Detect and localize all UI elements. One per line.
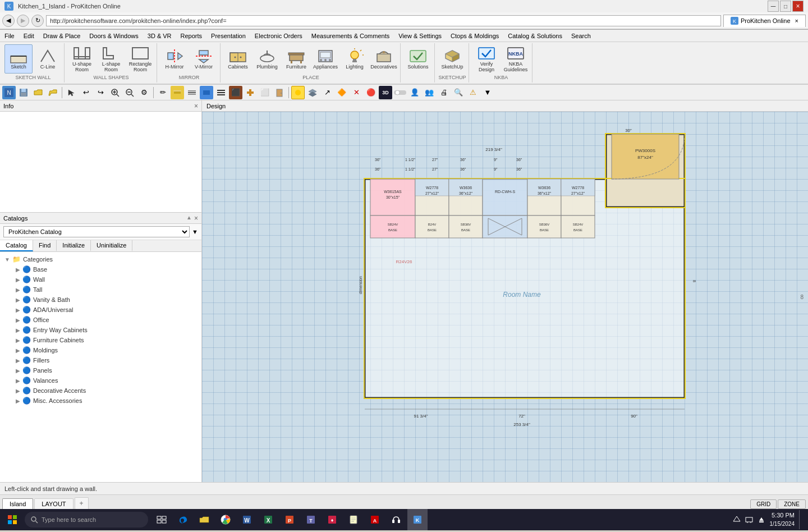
pencil-btn[interactable]: ✏ xyxy=(156,86,169,99)
maximize-btn[interactable]: □ xyxy=(780,1,791,12)
grid-btn[interactable]: GRID xyxy=(750,499,777,509)
tool-layers-btn[interactable] xyxy=(306,86,319,99)
sketch-tool-btn[interactable]: Sketch xyxy=(4,44,33,74)
undo-btn[interactable]: ↩ xyxy=(79,86,93,99)
new-btn[interactable]: N xyxy=(2,86,16,99)
forward-btn[interactable]: ▶ xyxy=(17,15,29,27)
tree-item-ada[interactable]: ▶ 🔵 ADA/Universal xyxy=(2,305,199,315)
menu-search[interactable]: Search xyxy=(567,30,595,42)
taskbar-word[interactable]: W xyxy=(237,509,257,530)
tool4-btn[interactable] xyxy=(185,86,199,99)
decoratives-tool-btn[interactable]: Decoratives xyxy=(370,44,398,74)
tab-layout[interactable]: LAYOUT xyxy=(34,498,73,509)
tool-person-btn[interactable]: 👤 xyxy=(408,86,421,99)
zoom-out-btn[interactable] xyxy=(123,86,136,99)
tool-dropdown-btn[interactable]: ▼ xyxy=(481,86,494,99)
refresh-btn[interactable]: ↻ xyxy=(31,15,44,27)
menu-presentation[interactable]: Presentation xyxy=(206,30,250,42)
catalog-expand-btn[interactable]: ▲ xyxy=(186,214,192,222)
tool-print-btn[interactable]: 🖨 xyxy=(437,86,451,99)
tool8-btn[interactable] xyxy=(244,86,257,99)
tool7-btn[interactable]: ⬛ xyxy=(229,86,242,99)
redo-btn[interactable]: ↪ xyxy=(94,86,107,99)
h-mirror-tool-btn[interactable]: H-Mirror xyxy=(160,44,189,74)
taskbar-headphones[interactable] xyxy=(386,509,406,530)
tree-item-furniture-cab[interactable]: ▶ 🔵 Furniture Cabinets xyxy=(2,335,199,345)
menu-doors-windows[interactable]: Doors & Windows xyxy=(85,30,143,42)
menu-file[interactable]: File xyxy=(0,30,19,42)
tool6-btn[interactable] xyxy=(214,86,228,99)
tree-item-misc-accessories[interactable]: ▶ 🔵 Misc. Accessories xyxy=(2,396,199,406)
nkba-guidelines-tool-btn[interactable]: NKBA NKBA Guidelines xyxy=(502,44,530,74)
tree-item-vanity-bath[interactable]: ▶ 🔵 Vanity & Bath xyxy=(2,295,199,305)
tool-arrow-btn[interactable]: ↗ xyxy=(320,86,334,99)
lighting-tool-btn[interactable]: Lighting xyxy=(341,44,369,74)
menu-reports[interactable]: Reports xyxy=(176,30,207,42)
tab-island[interactable]: Island xyxy=(2,498,33,509)
tool-toggle-btn[interactable] xyxy=(393,86,407,99)
menu-view-settings[interactable]: View & Settings xyxy=(394,30,446,42)
solutions-tool-btn[interactable]: Solutions xyxy=(404,44,432,74)
taskbar-edge[interactable] xyxy=(173,509,193,530)
l-shape-tool-btn[interactable]: L-shape Room xyxy=(97,44,125,74)
taskbar-show-desktop[interactable] xyxy=(799,510,801,529)
taskbar-acrobat[interactable]: A xyxy=(365,509,385,530)
back-btn[interactable]: ◀ xyxy=(2,15,15,27)
info-panel-close[interactable]: × xyxy=(194,102,198,110)
taskbar-teams[interactable]: T xyxy=(301,509,321,530)
u-shape-tool-btn[interactable]: U-shape Room xyxy=(68,44,96,74)
tool5-btn[interactable] xyxy=(200,86,213,99)
close-btn[interactable]: × xyxy=(792,1,804,12)
sketchup-tool-btn[interactable]: SketchUp xyxy=(438,44,466,74)
catalog-panel-close[interactable]: × xyxy=(194,214,198,222)
tab-close-btn[interactable]: × xyxy=(795,17,798,24)
c-line-tool-btn[interactable]: C-Line xyxy=(34,44,62,74)
menu-ctops-moldings[interactable]: Ctops & Moldings xyxy=(446,30,503,42)
taskbar-excel[interactable]: X xyxy=(258,509,278,530)
tool9-btn[interactable]: ⬜ xyxy=(258,86,272,99)
tool-coins-btn[interactable]: 🔴 xyxy=(364,86,378,99)
yellow-btn[interactable] xyxy=(291,86,305,99)
menu-electronic-orders[interactable]: Electronic Orders xyxy=(250,30,307,42)
menu-edit[interactable]: Edit xyxy=(19,30,39,42)
tree-item-office[interactable]: ▶ 🔵 Office xyxy=(2,315,199,325)
plumbing-tool-btn[interactable]: Plumbing xyxy=(253,44,281,74)
open-btn[interactable] xyxy=(31,86,45,99)
tool-search2-btn[interactable]: 🔍 xyxy=(452,86,465,99)
taskbar-search[interactable]: Type here to search xyxy=(25,512,148,528)
taskbar-task-view[interactable] xyxy=(152,509,172,530)
tab-uninitialize[interactable]: Uninitialize xyxy=(91,240,132,251)
open2-btn[interactable] xyxy=(46,86,59,99)
catalog-dropdown[interactable]: ProKitchen Catalog xyxy=(3,226,190,237)
taskbar-notepad[interactable] xyxy=(343,509,364,530)
tree-item-valances[interactable]: ▶ 🔵 Valances xyxy=(2,375,199,386)
tab-find[interactable]: Find xyxy=(33,240,57,251)
tab-add-btn[interactable]: + xyxy=(75,497,89,509)
tool3-btn[interactable] xyxy=(171,86,184,99)
tree-item-moldings[interactable]: ▶ 🔵 Moldings xyxy=(2,345,199,355)
taskbar-app1[interactable]: ♦ xyxy=(322,509,342,530)
menu-catalog-solutions[interactable]: Catalog & Solutions xyxy=(503,30,567,42)
design-canvas[interactable]: 30" 219 3/4" 36" 1 1/2" 27" 36" 9" 36" 3… xyxy=(202,112,808,482)
zone-btn[interactable]: ZONE xyxy=(778,499,806,509)
tree-item-wall[interactable]: ▶ 🔵 Wall xyxy=(2,274,199,285)
start-button[interactable] xyxy=(2,510,22,530)
url-bar[interactable]: http://prokitchensoftware.com/prokitchen… xyxy=(46,15,721,26)
cabinets-tool-btn[interactable]: Cabinets xyxy=(224,44,252,74)
tool-red-x-btn[interactable]: ✕ xyxy=(350,86,363,99)
settings-btn[interactable]: ⚙ xyxy=(137,86,151,99)
taskbar-file-explorer[interactable] xyxy=(194,509,214,530)
taskbar-powerpoint[interactable]: P xyxy=(279,509,300,530)
v-mirror-tool-btn[interactable]: V-Mirror xyxy=(190,44,218,74)
tool-warn-btn[interactable]: ⚠ xyxy=(466,86,480,99)
taskbar-prokitchen[interactable]: K xyxy=(407,509,428,530)
tree-item-decorative-accents[interactable]: ▶ 🔵 Decorative Accents xyxy=(2,386,199,396)
menu-measurements[interactable]: Measurements & Comments xyxy=(307,30,394,42)
catalog-down-arrow[interactable]: ▼ xyxy=(192,228,198,235)
minimize-btn[interactable]: ─ xyxy=(768,1,779,12)
menu-draw-place[interactable]: Draw & Place xyxy=(39,30,85,42)
appliances-tool-btn[interactable]: Appliances xyxy=(311,44,339,74)
tree-item-entry-way[interactable]: ▶ 🔵 Entry Way Cabinets xyxy=(2,325,199,335)
menu-3d-vr[interactable]: 3D & VR xyxy=(143,30,176,42)
tree-item-base[interactable]: ▶ 🔵 Base xyxy=(2,264,199,274)
